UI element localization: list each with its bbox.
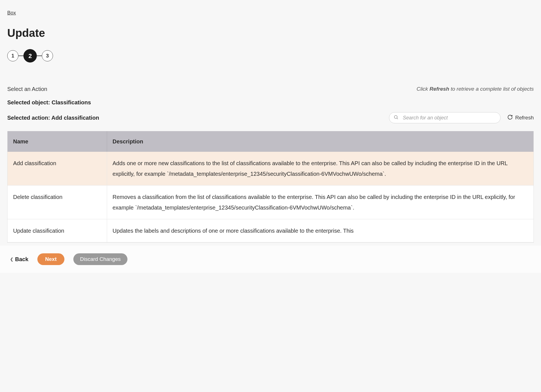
row-name: Add classification (8, 152, 107, 186)
col-header-name[interactable]: Name (8, 131, 107, 152)
selected-object-line: Selected object: Classifications (7, 98, 534, 107)
step-3[interactable]: 3 (42, 50, 53, 61)
svg-point-0 (394, 116, 397, 119)
selected-action-value: Add classification (51, 115, 99, 121)
step-connector (18, 56, 23, 56)
next-button[interactable]: Next (37, 253, 64, 265)
select-action-label: Select an Action (7, 85, 47, 93)
selected-action-prefix: Selected action: (7, 115, 51, 121)
chevron-left-icon: ❮ (10, 257, 13, 261)
refresh-label: Refresh (515, 115, 534, 121)
hint-bold: Refresh (429, 86, 449, 92)
breadcrumb[interactable]: Box (7, 9, 16, 17)
table-row[interactable]: Add classification Adds one or more new … (8, 152, 533, 186)
row-name: Delete classification (8, 186, 107, 219)
step-1[interactable]: 1 (7, 50, 18, 61)
row-description: Adds one or more new classifications to … (107, 152, 533, 186)
selected-object-prefix: Selected object: (7, 99, 52, 105)
discard-button[interactable]: Discard Changes (73, 253, 127, 265)
refresh-button[interactable]: Refresh (507, 114, 534, 121)
row-description: Removes a classification from the list o… (107, 186, 533, 219)
page-title: Update (7, 25, 534, 41)
footer-bar: ❮ Back Next Discard Changes (0, 246, 541, 273)
svg-line-1 (397, 118, 398, 119)
action-table: Name Description Add classification Adds… (8, 131, 533, 242)
stepper: 1 2 3 (7, 49, 534, 62)
table-row[interactable]: Update classification Updates the labels… (8, 219, 533, 242)
col-header-description[interactable]: Description (107, 131, 533, 152)
selected-object-value: Classifications (52, 99, 91, 105)
table-row[interactable]: Delete classification Removes a classifi… (8, 186, 533, 219)
back-label: Back (15, 256, 28, 263)
search-wrap (389, 112, 501, 123)
search-input[interactable] (389, 112, 501, 123)
back-button[interactable]: ❮ Back (10, 256, 28, 263)
refresh-hint: Click Refresh to retrieve a complete lis… (417, 85, 534, 93)
refresh-icon (507, 114, 513, 121)
step-2[interactable]: 2 (23, 49, 37, 62)
step-connector (37, 56, 42, 56)
search-icon (393, 114, 398, 122)
row-name: Update classification (8, 219, 107, 242)
action-table-container: Name Description Add classification Adds… (7, 131, 534, 243)
selected-action-line: Selected action: Add classification (7, 114, 99, 122)
row-description: Updates the labels and descriptions of o… (107, 219, 533, 242)
hint-prefix: Click (417, 86, 429, 92)
hint-suffix: to retrieve a complete list of objects (449, 86, 534, 92)
